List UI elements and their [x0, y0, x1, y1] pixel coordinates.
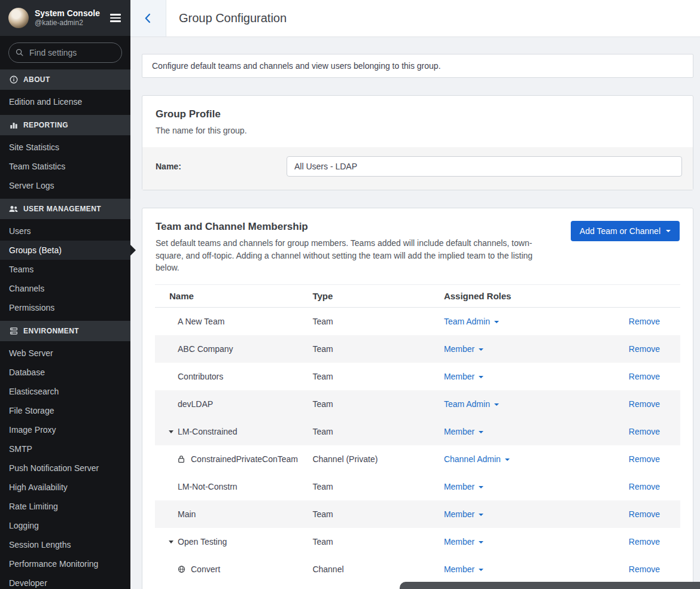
row-type: Team — [312, 390, 444, 418]
row-name-text: Contributors — [178, 372, 223, 381]
sidebar-item-smtp[interactable]: SMTP — [0, 439, 130, 459]
remove-link[interactable]: Remove — [629, 482, 660, 491]
sidebar-item-permissions[interactable]: Permissions — [0, 298, 130, 317]
chevron-down-icon — [479, 348, 483, 351]
sidebar-item-database[interactable]: Database — [0, 363, 130, 382]
row-actions: Remove — [596, 528, 681, 555]
row-name-text: ConstrainedPrivateConTeam — [191, 454, 298, 464]
sidebar-item-rate-limiting[interactable]: Rate Limiting — [0, 497, 130, 516]
remove-link[interactable]: Remove — [629, 564, 660, 574]
table-row: ContributorsTeamMemberRemove — [155, 363, 680, 390]
row-name-text: Open Testing — [178, 537, 227, 547]
sidebar-item-file-storage[interactable]: File Storage — [0, 401, 130, 420]
section-about: ABOUTEdition and License — [0, 69, 130, 111]
remove-link[interactable]: Remove — [629, 537, 660, 547]
remove-link[interactable]: Remove — [629, 399, 660, 409]
column-header-type: Type — [312, 285, 444, 308]
group-name-input[interactable] — [287, 156, 682, 177]
role-dropdown[interactable]: Member — [444, 344, 483, 354]
table-row: ConvertChannelMemberRemove — [155, 555, 680, 583]
sidebar-item-server-logs[interactable]: Server Logs — [0, 176, 130, 195]
menu-icon[interactable] — [109, 11, 122, 25]
section-label: ABOUT — [23, 75, 50, 84]
row-name: LM-Not-Constrn — [155, 473, 312, 500]
column-header-assigned-roles: Assigned Roles — [444, 285, 596, 308]
row-name-text: devLDAP — [178, 399, 213, 409]
role-label: Team Admin — [444, 317, 490, 326]
sidebar-item-image-proxy[interactable]: Image Proxy — [0, 420, 130, 439]
role-label: Member — [444, 509, 474, 519]
row-actions: Remove — [596, 445, 681, 473]
sidebar-item-elasticsearch[interactable]: Elasticsearch — [0, 382, 130, 401]
table-row: MainTeamMemberRemove — [155, 500, 680, 528]
remove-link[interactable]: Remove — [629, 317, 660, 326]
sidebar-item-developer[interactable]: Developer — [0, 573, 130, 589]
sidebar-item-site-statistics[interactable]: Site Statistics — [0, 138, 130, 157]
sidebar-item-performance-monitoring[interactable]: Performance Monitoring — [0, 554, 130, 573]
row-role: Team Admin — [444, 308, 596, 335]
row-role: Channel Admin — [444, 445, 596, 473]
remove-link[interactable]: Remove — [629, 372, 660, 381]
collapse-caret-icon[interactable] — [169, 541, 174, 544]
row-type: Team — [312, 418, 444, 445]
search-input[interactable] — [8, 42, 122, 63]
section-label: ENVIRONMENT — [23, 327, 79, 335]
avatar[interactable] — [8, 8, 29, 28]
row-role: Team Admin — [444, 390, 596, 418]
row-name-text: Convert — [191, 564, 220, 574]
column-header-actions — [596, 285, 681, 308]
row-role: Member — [444, 500, 596, 528]
chevron-down-icon — [479, 431, 483, 433]
row-name-text: A New Team — [178, 317, 224, 326]
remove-link[interactable]: Remove — [629, 509, 660, 519]
row-name: Contributors — [155, 363, 312, 390]
role-dropdown[interactable]: Member — [444, 537, 483, 547]
console-title: System Console — [35, 8, 100, 19]
row-name: ConstrainedPrivateConTeam — [155, 445, 312, 473]
role-dropdown[interactable]: Team Admin — [444, 399, 499, 409]
sidebar-item-channels[interactable]: Channels — [0, 279, 130, 298]
sidebar-item-high-availability[interactable]: High Availability — [0, 478, 130, 497]
role-dropdown[interactable]: Channel Admin — [444, 454, 510, 464]
row-actions: Remove — [596, 390, 681, 418]
role-dropdown[interactable]: Member — [444, 372, 483, 381]
role-dropdown[interactable]: Member — [444, 564, 483, 574]
chevron-down-icon — [505, 459, 510, 461]
sidebar-item-teams[interactable]: Teams — [0, 260, 130, 279]
membership-description: Set default teams and channels for group… — [156, 237, 550, 274]
role-label: Member — [444, 537, 474, 547]
collapse-caret-icon[interactable] — [169, 430, 174, 433]
remove-link[interactable]: Remove — [629, 454, 660, 464]
remove-link[interactable]: Remove — [629, 344, 660, 354]
role-dropdown[interactable]: Team Admin — [444, 317, 499, 326]
remove-link[interactable]: Remove — [629, 427, 660, 436]
row-type: Team — [312, 473, 444, 500]
row-actions: Remove — [596, 473, 681, 500]
row-name: Convert — [155, 555, 312, 583]
main-area: Group Configuration Configure default te… — [130, 0, 700, 589]
sidebar-item-team-statistics[interactable]: Team Statistics — [0, 157, 130, 176]
role-dropdown[interactable]: Member — [444, 427, 483, 436]
section-header-user-management: USER MANAGEMENT — [0, 199, 130, 219]
chevron-down-icon — [479, 514, 483, 516]
role-label: Member — [444, 564, 474, 574]
chevron-down-icon — [494, 403, 499, 406]
role-dropdown[interactable]: Member — [444, 482, 483, 491]
sidebar-item-push-notification-server[interactable]: Push Notification Server — [0, 459, 130, 478]
sidebar-item-session-lengths[interactable]: Session Lengths — [0, 535, 130, 554]
role-dropdown[interactable]: Member — [444, 509, 483, 519]
sidebar-item-edition-and-license[interactable]: Edition and License — [0, 92, 130, 111]
back-button[interactable] — [130, 0, 166, 37]
sidebar-nav: ABOUTEdition and LicenseREPORTINGSite St… — [0, 69, 130, 589]
sidebar-item-web-server[interactable]: Web Server — [0, 344, 130, 363]
role-label: Member — [444, 372, 474, 381]
row-type: Team — [312, 308, 444, 335]
sidebar-item-groups-beta[interactable]: Groups (Beta) — [0, 241, 130, 260]
server-stack-icon — [9, 327, 18, 335]
row-actions: Remove — [596, 363, 681, 390]
page-header: Group Configuration — [130, 0, 700, 37]
row-actions: Remove — [596, 555, 681, 583]
sidebar-item-logging[interactable]: Logging — [0, 516, 130, 535]
add-team-or-channel-button[interactable]: Add Team or Channel — [571, 221, 680, 241]
sidebar-item-users[interactable]: Users — [0, 221, 130, 241]
